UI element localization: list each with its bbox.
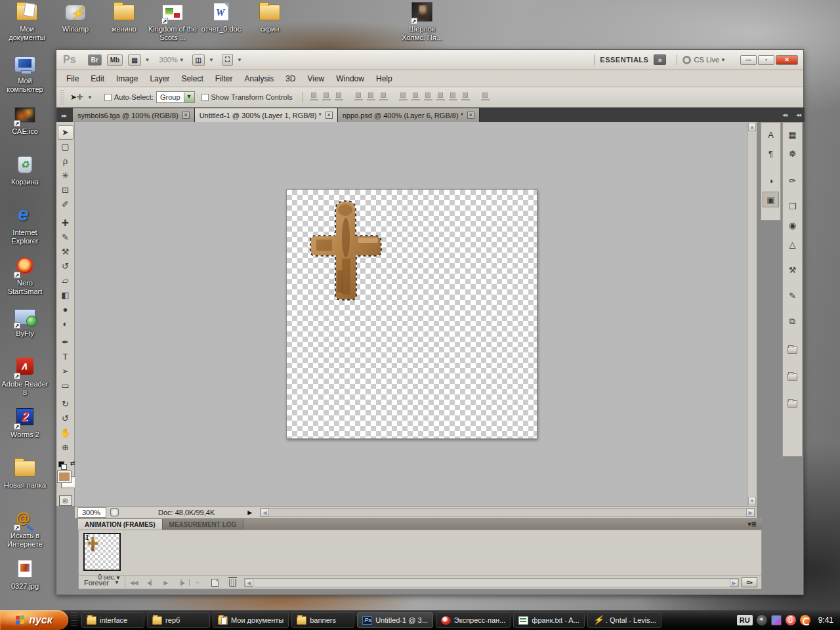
align-left-edges-icon[interactable] xyxy=(354,93,363,100)
tween-frames-button[interactable]: ⁘ xyxy=(189,579,205,586)
view-extras-button[interactable]: ▤ xyxy=(128,54,140,66)
worms2-icon[interactable]: Worms 2 xyxy=(1,408,49,458)
delete-frame-button[interactable] xyxy=(229,579,236,587)
marquee-tool[interactable]: ▢ xyxy=(58,140,74,154)
collapse-panels-icon[interactable]: ◂◂ xyxy=(782,112,796,118)
scroll-left-icon[interactable]: ◀ xyxy=(261,509,269,516)
paths-panel-icon[interactable]: △ xyxy=(784,236,801,252)
scroll-left-icon[interactable]: ◀ xyxy=(245,579,253,587)
drag-grip[interactable] xyxy=(60,90,64,104)
align-bottom-edges-icon[interactable] xyxy=(335,93,343,100)
align-top-edges-icon[interactable] xyxy=(310,93,318,100)
menu-item[interactable]: View xyxy=(301,72,330,86)
history-brush-tool[interactable]: ↺ xyxy=(58,259,74,274)
roll-3d-tool[interactable]: ↺ xyxy=(58,411,74,426)
first-frame-button[interactable]: ◀◀ xyxy=(125,579,142,586)
arrange-documents-button[interactable]: ◫ xyxy=(192,54,205,66)
menu-item[interactable]: Analysis xyxy=(238,72,280,86)
menu-item[interactable]: File xyxy=(60,72,85,86)
dodge-tool[interactable]: ◐ xyxy=(58,317,74,331)
hide-tray-icons-icon[interactable] xyxy=(757,615,767,625)
network-monitors-icon[interactable] xyxy=(771,615,782,625)
skrin-folder-icon[interactable]: скрин xyxy=(245,2,294,42)
menu-item[interactable]: Window xyxy=(330,72,370,86)
nero-startsmart-icon[interactable]: Nero StartSmart xyxy=(1,256,49,306)
swatches-panel-icon[interactable]: ▦ xyxy=(784,127,801,142)
document-area[interactable] xyxy=(75,122,747,506)
library-folder-icon-2[interactable] xyxy=(784,367,801,383)
move-tool[interactable]: ➤ xyxy=(58,125,74,140)
menu-item[interactable]: Image xyxy=(110,72,144,86)
panel-menu-icon[interactable]: ▾≣ xyxy=(743,520,762,530)
animation-frame-1[interactable]: 1 xyxy=(83,533,121,571)
new-folder-icon[interactable]: Новая папка xyxy=(1,458,49,509)
menu-item[interactable]: Select xyxy=(175,72,209,86)
duplicate-frame-button[interactable] xyxy=(211,579,219,587)
zoom-tool[interactable]: ⊕ xyxy=(58,440,74,455)
menu-item[interactable]: Layer xyxy=(144,72,175,86)
wooden-cross-layer[interactable] xyxy=(308,198,383,303)
distribute-left-icon[interactable] xyxy=(436,93,445,100)
cae-ico-icon[interactable]: CAE.ico xyxy=(1,104,49,155)
brush-tool[interactable]: ✎ xyxy=(58,230,74,245)
distribute-right-icon[interactable] xyxy=(461,93,470,100)
layers-panel-icon[interactable]: ❒ xyxy=(784,198,801,214)
report-doc-icon[interactable]: отчет_0.doc xyxy=(197,2,245,42)
bridge-button[interactable]: Br xyxy=(88,54,102,66)
color-wheel-panel-icon[interactable]: ☸ xyxy=(784,146,801,161)
eyedropper-tool[interactable]: ✐ xyxy=(58,198,74,212)
foreground-color-swatch[interactable] xyxy=(58,471,71,482)
my-computer-icon[interactable]: Мой компьютер xyxy=(1,54,49,104)
eraser-tool[interactable]: ▱ xyxy=(58,274,74,288)
animation-scrollbar[interactable]: ◀ ▶ xyxy=(244,578,739,587)
show-transform-checkbox[interactable] xyxy=(201,94,209,101)
tab-measurement-log[interactable]: MEASUREMENT LOG xyxy=(163,519,244,530)
quick-launch-separator[interactable] xyxy=(71,612,77,628)
zoom-level-dropdown[interactable]: 300% xyxy=(159,56,178,64)
taskbar-frank-txt[interactable]: франк.txt - A... xyxy=(513,612,585,628)
close-tab-icon[interactable]: ✕ xyxy=(326,112,333,119)
taskbar-gerb-folder[interactable]: герб xyxy=(147,612,210,628)
my-documents-icon[interactable]: Мои документы xyxy=(3,2,51,42)
adobe-reader-icon[interactable]: Adobe Reader 8 xyxy=(1,357,49,408)
default-colors-icon[interactable]: ⇄ xyxy=(58,460,69,468)
loop-count-dropdown[interactable]: Forever ▼ xyxy=(79,578,125,588)
auto-select-checkbox[interactable] xyxy=(104,94,112,101)
taskbar-my-documents[interactable]: Мои документы xyxy=(213,612,289,628)
distribute-top-icon[interactable] xyxy=(399,93,408,100)
previous-frame-button[interactable]: ◀▏ xyxy=(142,579,159,586)
convert-to-timeline-button[interactable]: ≣▸ xyxy=(742,578,757,587)
type-tool[interactable]: T xyxy=(58,350,74,364)
status-expand-icon[interactable]: ▶ xyxy=(247,509,252,516)
screen-mode-button[interactable]: ⛶ xyxy=(222,54,233,66)
align-horizontal-centers-icon[interactable] xyxy=(367,93,375,100)
align-right-edges-icon[interactable] xyxy=(379,93,388,100)
zhenino-folder-icon[interactable]: женино xyxy=(100,2,148,42)
brush-panel-icon[interactable]: ✑ xyxy=(784,173,801,188)
mini-bridge-button[interactable]: Mb xyxy=(107,54,123,66)
restore-button[interactable]: ▫ xyxy=(758,55,774,65)
rectangle-tool[interactable]: ▭ xyxy=(58,379,74,393)
styles-panel-icon[interactable]: ◉ xyxy=(784,217,801,233)
language-indicator[interactable]: RU xyxy=(737,615,753,625)
hand-tool[interactable]: ✋ xyxy=(58,426,74,440)
taskbar-qntal-winamp[interactable]: . Qntal - Levis... xyxy=(587,612,662,628)
document-tab-nppo[interactable]: nppo.psd @ 400% (Layer 6, RGB/8) * ✕ xyxy=(338,108,480,122)
search-internet-icon[interactable]: Искать в Интернете xyxy=(1,509,49,559)
library-folder-icon-3[interactable] xyxy=(784,394,801,410)
byfly-icon[interactable]: ByFly xyxy=(1,306,49,357)
blur-tool[interactable]: ● xyxy=(58,303,74,317)
horizontal-scrollbar[interactable]: ◀ ▶ xyxy=(260,508,755,517)
distribute-hcenter-icon[interactable] xyxy=(449,93,457,100)
jpg-file-icon[interactable]: 0327.jpg xyxy=(1,559,49,610)
workspace-label[interactable]: ESSENTIALS xyxy=(600,56,648,64)
quick-selection-tool[interactable]: ✳ xyxy=(58,169,74,183)
taskbar-interface-folder[interactable]: interface xyxy=(81,612,144,628)
crop-tool[interactable]: ⊡ xyxy=(58,183,74,198)
auto-align-layers-icon[interactable] xyxy=(481,93,490,100)
cs-live-button[interactable]: CS Live ▼ xyxy=(682,56,731,64)
taskbar-banners-folder[interactable]: banners xyxy=(291,612,354,628)
align-vertical-centers-icon[interactable] xyxy=(322,93,331,100)
status-clock-icon[interactable] xyxy=(110,508,119,516)
close-button[interactable]: ✕ xyxy=(776,55,798,65)
